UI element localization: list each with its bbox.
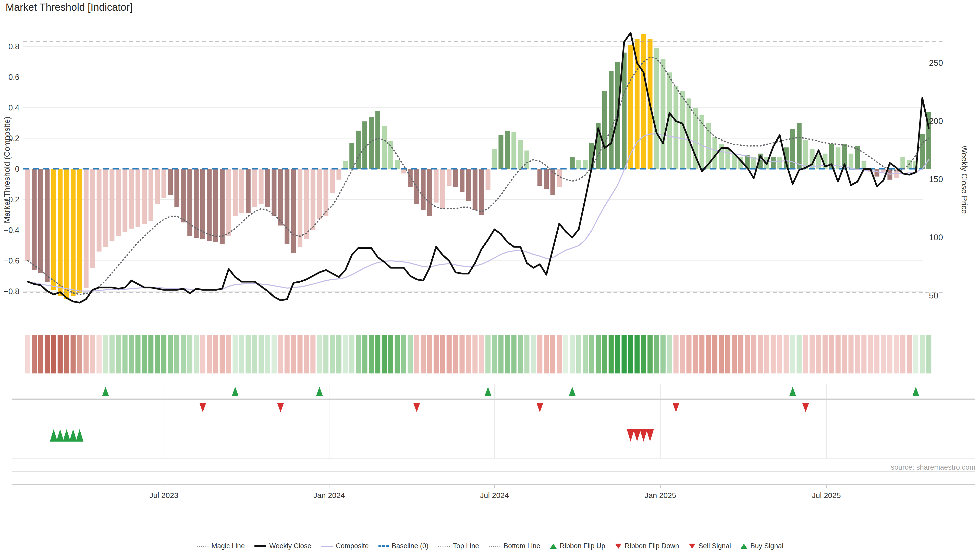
ribbon-cell — [926, 335, 931, 373]
ribbon-cell — [83, 335, 89, 373]
threshold-bar — [660, 59, 665, 169]
threshold-bar — [298, 169, 302, 247]
ribbon-cell — [673, 335, 679, 373]
ribbon-flip-up-icon — [485, 387, 491, 396]
ribbon-cell — [894, 335, 899, 373]
left-axis-title: Market Threshold (Composite) — [3, 91, 12, 249]
ribbon-cell — [343, 335, 348, 373]
ribbon-cell — [304, 335, 309, 373]
svg-text:Jul 2024: Jul 2024 — [480, 491, 509, 499]
threshold-bar — [421, 169, 426, 210]
threshold-bar — [498, 135, 503, 169]
ribbon-cell — [725, 335, 730, 373]
ribbon-cell — [570, 335, 575, 373]
sell-signal-icon — [633, 429, 641, 441]
ribbon-cell — [382, 335, 387, 373]
ribbon-cell — [537, 335, 542, 373]
ribbon-cell — [738, 335, 743, 373]
svg-text:−0.6: −0.6 — [4, 256, 19, 265]
legend-label: Weekly Close — [269, 542, 311, 550]
threshold-bar — [129, 169, 134, 229]
ribbon-cell — [505, 335, 510, 373]
threshold-bar — [259, 169, 264, 204]
ribbon-cell — [816, 335, 821, 373]
threshold-bar — [239, 169, 244, 213]
ribbon-cell — [589, 335, 594, 373]
threshold-bar — [803, 140, 808, 169]
ribbon-cell — [842, 335, 847, 373]
threshold-bar — [116, 169, 121, 236]
weekly-close-marker-icon — [255, 545, 266, 547]
sell-signal-marker-icon — [689, 544, 695, 549]
ribbon-cell — [544, 335, 549, 373]
legend-label: Ribbon Flip Down — [625, 542, 679, 550]
threshold-bar — [538, 169, 542, 186]
ribbon-cell — [32, 335, 37, 373]
threshold-bar — [343, 161, 348, 169]
threshold-bar — [447, 169, 452, 186]
ribbon-cell — [719, 335, 724, 373]
threshold-bar — [673, 86, 678, 169]
ribbon-cell — [252, 335, 257, 373]
ribbon-flip-down-icon — [673, 403, 679, 412]
legend-item-sell-signal: Sell Signal — [689, 542, 731, 550]
legend-item-top-line: Top Line — [438, 542, 479, 550]
threshold-bar — [401, 169, 406, 173]
threshold-bar — [363, 121, 367, 169]
threshold-bar — [135, 169, 140, 227]
threshold-bar — [103, 169, 108, 247]
ribbon-cell — [648, 335, 652, 373]
ribbon-cell — [407, 335, 413, 373]
threshold-bar — [900, 157, 905, 169]
ribbon-flip-up-marker-icon — [550, 544, 557, 549]
svg-text:100: 100 — [929, 233, 943, 242]
ribbon-cell — [550, 335, 555, 373]
ribbon-cell — [531, 335, 536, 373]
threshold-bar — [51, 169, 56, 290]
legend-label: Composite — [336, 542, 369, 550]
legend-item-ribbon-flip-down: Ribbon Flip Down — [615, 542, 679, 550]
ribbon-cell — [116, 335, 121, 373]
ribbon-cell — [97, 335, 102, 373]
threshold-bar — [265, 169, 270, 207]
ribbon-cell — [38, 335, 43, 373]
ribbon-cell — [810, 335, 815, 373]
threshold-bar — [324, 169, 328, 216]
svg-text:200: 200 — [929, 116, 943, 126]
ribbon-cell — [492, 335, 497, 373]
threshold-bar — [25, 169, 30, 261]
ribbon-cell — [207, 335, 212, 373]
threshold-bar — [473, 169, 477, 210]
ribbon-cell — [181, 335, 186, 373]
threshold-bar — [602, 91, 607, 169]
ribbon-cell — [900, 335, 905, 373]
threshold-bar — [278, 169, 283, 225]
ribbon-cell — [103, 335, 108, 373]
threshold-bar — [466, 169, 471, 201]
ribbon-cell — [434, 335, 439, 373]
sell-signal-icon — [646, 429, 654, 441]
threshold-bar — [226, 169, 231, 236]
ribbon-cell — [861, 335, 866, 373]
threshold-bars — [25, 34, 931, 299]
ribbon-cell — [706, 335, 711, 373]
ribbon-cell — [563, 335, 568, 373]
buy-signal-icon — [76, 429, 83, 441]
ribbon-cell — [479, 335, 484, 373]
threshold-bar — [505, 130, 510, 169]
threshold-bar — [849, 154, 853, 169]
ribbon-cell — [388, 335, 393, 373]
ribbon-cell — [369, 335, 374, 373]
legend-label: Top Line — [453, 542, 479, 550]
right-axis-title: Weekly Close Price — [959, 100, 969, 259]
ribbon-cell — [395, 335, 400, 373]
sell-signal-markers — [627, 429, 654, 441]
ribbon-cell — [680, 335, 685, 373]
ribbon-cell — [784, 335, 789, 373]
ribbon-cell — [220, 335, 225, 373]
ribbon-cell — [525, 335, 530, 373]
threshold-bar — [330, 169, 335, 193]
svg-text:Jul 2023: Jul 2023 — [149, 491, 178, 499]
ribbon-cell — [45, 335, 50, 373]
ribbon-cell — [660, 335, 666, 373]
